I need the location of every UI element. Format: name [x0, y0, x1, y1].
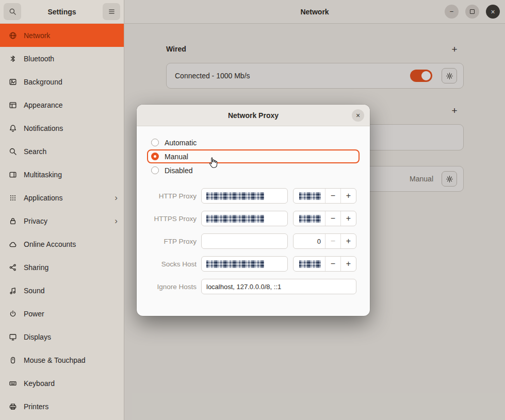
decrement-button[interactable]: −: [325, 234, 340, 248]
sidebar-item-displays[interactable]: Displays: [0, 325, 124, 348]
sidebar-item-label: Sound: [24, 287, 44, 295]
redacted-port-value: [299, 215, 321, 223]
menu-button[interactable]: [103, 3, 120, 20]
sidebar: Settings NetworkBluetoothBackgroundAppea…: [0, 0, 124, 420]
field-label: FTP Proxy: [147, 238, 197, 245]
form-row-https-proxy: HTTPS Proxy−+: [147, 210, 360, 227]
sidebar-item-bluetooth[interactable]: Bluetooth: [0, 47, 124, 70]
displays-icon: [9, 333, 17, 341]
power-icon: [9, 310, 17, 318]
increment-button[interactable]: +: [340, 257, 356, 271]
redacted-host-value: [206, 192, 264, 200]
sidebar-item-keyboard[interactable]: Keyboard: [0, 372, 124, 395]
proxy-mode-automatic[interactable]: Automatic: [147, 136, 360, 149]
sidebar-item-sound[interactable]: Sound: [0, 279, 124, 302]
radio-checked-icon: [151, 153, 159, 160]
keyboard-icon: [9, 379, 17, 388]
content-pane: Network − × Wired + Connected - 1000 Mb/…: [124, 0, 505, 420]
redacted-host-value: [206, 215, 264, 223]
sidebar-item-label: Mouse & Touchpad: [24, 356, 86, 364]
decrement-button[interactable]: −: [325, 189, 340, 203]
search-icon: [9, 147, 17, 156]
chevron-right-icon: ›: [115, 216, 118, 225]
sidebar-item-notifications[interactable]: Notifications: [0, 116, 124, 140]
sidebar-item-label: Online Accounts: [24, 240, 76, 248]
online-accounts-icon: [9, 240, 17, 248]
mouse-icon: [9, 356, 17, 364]
magnifier-icon: [9, 8, 17, 15]
sidebar-item-label: Notifications: [24, 124, 63, 132]
dialog-title: Network Proxy: [228, 111, 279, 120]
ignore-hosts-input[interactable]: localhost, 127.0.0.0/8, ::1: [201, 279, 356, 294]
sidebar-item-online-accounts[interactable]: Online Accounts: [0, 232, 124, 256]
search-button[interactable]: [4, 3, 21, 20]
printers-icon: [9, 402, 17, 411]
close-icon: ×: [356, 111, 360, 120]
hamburger-icon: [108, 8, 116, 15]
sidebar-item-label: Privacy: [24, 217, 47, 225]
field-label: HTTPS Proxy: [147, 215, 197, 223]
proxy-form: HTTP Proxy−+HTTPS Proxy−+FTP Proxy0−+Soc…: [147, 188, 360, 295]
sidebar-item-label: Background: [24, 78, 62, 86]
http-proxy-port-spinner: −+: [293, 188, 356, 204]
proxy-mode-options: AutomaticManualDisabled: [147, 136, 360, 177]
increment-button[interactable]: +: [340, 189, 356, 203]
sidebar-item-label: Printers: [24, 402, 48, 411]
option-label: Disabled: [165, 166, 192, 175]
bluetooth-icon: [9, 55, 17, 63]
multitasking-icon: [9, 171, 17, 179]
proxy-mode-disabled[interactable]: Disabled: [147, 163, 360, 177]
sidebar-item-background[interactable]: Background: [0, 70, 124, 93]
sidebar-item-label: Displays: [24, 333, 51, 341]
sidebar-item-label: Bluetooth: [24, 55, 54, 63]
sidebar-item-printers[interactable]: Printers: [0, 395, 124, 418]
ftp-proxy-input[interactable]: [201, 233, 288, 249]
decrement-button[interactable]: −: [325, 257, 340, 271]
option-label: Automatic: [165, 139, 197, 147]
sidebar-item-mouse-touchpad[interactable]: Mouse & Touchpad: [0, 348, 124, 372]
sidebar-item-network[interactable]: Network: [0, 24, 124, 47]
form-row-http-proxy: HTTP Proxy−+: [147, 188, 360, 204]
socks-host-port-spinner: −+: [293, 256, 356, 272]
settings-window: Settings NetworkBluetoothBackgroundAppea…: [0, 0, 505, 420]
form-row-ignore-hosts: Ignore Hostslocalhost, 127.0.0.0/8, ::1: [147, 278, 360, 295]
https-proxy-input[interactable]: [201, 211, 288, 226]
dialog-header: Network Proxy ×: [137, 105, 370, 126]
sidebar-item-label: Power: [24, 310, 44, 318]
sharing-icon: [9, 263, 17, 272]
sidebar-item-multitasking[interactable]: Multitasking: [0, 163, 124, 186]
form-row-socks-host: Socks Host−+: [147, 256, 360, 272]
sidebar-item-privacy[interactable]: Privacy›: [0, 209, 124, 232]
sidebar-item-label: Multitasking: [24, 171, 62, 179]
sidebar-item-sharing[interactable]: Sharing: [0, 256, 124, 279]
increment-button[interactable]: +: [340, 211, 356, 226]
dialog-close-button[interactable]: ×: [352, 109, 364, 122]
radio-unchecked-icon: [151, 139, 159, 146]
sidebar-title: Settings: [21, 8, 103, 16]
form-row-ftp-proxy: FTP Proxy0−+: [147, 233, 360, 249]
sidebar-item-label: Keyboard: [24, 379, 55, 388]
field-label: Socks Host: [147, 260, 197, 268]
entry-value: localhost, 127.0.0.0/8, ::1: [206, 283, 281, 291]
http-proxy-input[interactable]: [201, 188, 288, 204]
sidebar-item-applications[interactable]: Applications›: [0, 186, 124, 209]
privacy-icon: [9, 217, 17, 225]
proxy-mode-manual[interactable]: Manual: [147, 149, 360, 163]
redacted-port-value: [299, 192, 321, 200]
option-label: Manual: [165, 153, 188, 161]
increment-button[interactable]: +: [340, 234, 356, 248]
socks-host-input[interactable]: [201, 256, 288, 272]
network-proxy-dialog: Network Proxy × AutomaticManualDisabled …: [137, 105, 370, 316]
background-icon: [9, 78, 17, 86]
field-label: Ignore Hosts: [147, 283, 197, 291]
network-icon: [9, 31, 17, 40]
decrement-button[interactable]: −: [325, 211, 340, 226]
sidebar-item-power[interactable]: Power: [0, 302, 124, 325]
sidebar-item-search[interactable]: Search: [0, 140, 124, 163]
appearance-icon: [9, 101, 17, 109]
sidebar-item-appearance[interactable]: Appearance: [0, 93, 124, 116]
redacted-port-value: [299, 260, 321, 268]
applications-icon: [9, 194, 17, 202]
notifications-icon: [9, 124, 17, 132]
sidebar-list: NetworkBluetoothBackgroundAppearanceNoti…: [0, 24, 124, 420]
